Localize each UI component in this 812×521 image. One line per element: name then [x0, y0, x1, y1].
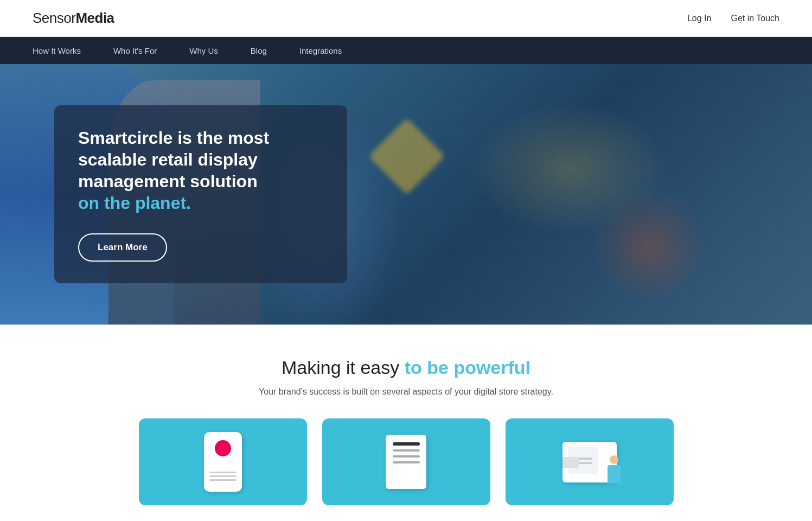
hero-title: Smartcircle is the most scalable retail …	[78, 127, 323, 214]
hero-title-main: Smartcircle is the most scalable retail …	[78, 128, 269, 191]
card-3-screen	[568, 447, 598, 474]
hero-content-box: Smartcircle is the most scalable retail …	[54, 105, 347, 283]
logo-light: Sensor	[33, 10, 75, 26]
hero-title-accent: on the planet.	[78, 193, 191, 213]
feature-card-3	[506, 418, 674, 505]
login-link[interactable]: Log In	[687, 14, 711, 23]
card-3-person	[606, 455, 622, 485]
nav-item-who-its-for[interactable]: Who It's For	[113, 46, 157, 55]
nav-bar: How It Works Who It's For Why Us Blog In…	[0, 37, 812, 64]
top-header: SensorMedia Log In Get in Touch	[0, 0, 812, 37]
card-1-phone-icon	[204, 432, 242, 492]
contact-link[interactable]: Get in Touch	[731, 14, 779, 23]
easy-title: Making it easy to be powerful	[11, 357, 801, 378]
feature-cards-row	[11, 418, 801, 505]
card-3-person-body	[608, 465, 621, 484]
card-2-line-4	[393, 461, 420, 463]
logo: SensorMedia	[33, 10, 114, 27]
card-2-line-1	[393, 442, 420, 446]
logo-bold: Media	[75, 10, 114, 26]
hero-cta-button[interactable]: Learn More	[78, 233, 167, 262]
card-3-bubble	[562, 457, 579, 468]
hero-section: Smartcircle is the most scalable retail …	[0, 64, 812, 325]
nav-item-blog[interactable]: Blog	[251, 46, 267, 55]
card-2-line-2	[393, 449, 420, 452]
easy-title-plain: Making it easy	[282, 357, 405, 378]
card-2-document-icon	[386, 435, 426, 489]
card-3-person-head	[610, 455, 618, 464]
easy-subtitle: Your brand's success is built on several…	[244, 387, 569, 397]
card-3-tablet-icon	[562, 442, 617, 482]
nav-item-how-it-works[interactable]: How It Works	[33, 46, 81, 55]
nav-item-why-us[interactable]: Why Us	[189, 46, 218, 55]
nav-item-integrations[interactable]: Integrations	[299, 46, 342, 55]
feature-card-1	[139, 418, 307, 505]
easy-section: Making it easy to be powerful Your brand…	[0, 325, 812, 521]
feature-card-2	[322, 418, 490, 505]
header-actions: Log In Get in Touch	[687, 14, 779, 23]
easy-title-accent: to be powerful	[405, 357, 530, 378]
card-2-line-3	[393, 455, 420, 458]
